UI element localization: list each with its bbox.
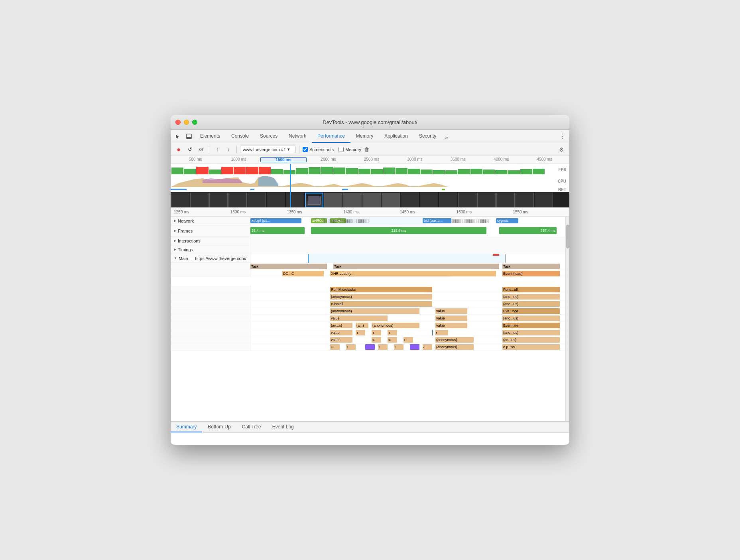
main-track-label[interactable]: ▼ Main — https://www.theverge.com/ [171, 254, 250, 262]
dock-icon[interactable] [183, 131, 195, 142]
task-block[interactable]: (an...us) [502, 337, 560, 343]
minimize-button[interactable] [184, 120, 189, 125]
task-block[interactable]: t [346, 344, 356, 350]
task-block[interactable]: (anonymous) [330, 308, 419, 314]
screenshot-thumb[interactable] [362, 193, 381, 208]
task-block-purple-2[interactable] [410, 344, 419, 350]
settings-button[interactable]: ⚙ [557, 145, 566, 154]
task-block[interactable]: (anonymous) [435, 337, 474, 343]
cursor-icon[interactable] [172, 131, 183, 142]
tab-performance[interactable]: Performance [312, 130, 350, 143]
tab-network[interactable]: Network [283, 130, 312, 143]
tab-security[interactable]: Security [413, 130, 442, 143]
screenshot-thumb[interactable] [228, 193, 247, 208]
frame-item[interactable]: 36.4 ms [250, 227, 305, 234]
tab-application[interactable]: Application [379, 130, 413, 143]
task-block[interactable]: Func...all [502, 287, 560, 292]
tab-console[interactable]: Console [226, 130, 254, 143]
memory-checkbox-label[interactable]: Memory [339, 147, 361, 152]
window-controls[interactable] [175, 120, 197, 125]
tab-more[interactable]: » [442, 132, 451, 143]
task-block[interactable]: value [330, 337, 352, 343]
task-block[interactable]: t [378, 344, 388, 350]
task-block[interactable]: Run Microtasks [330, 287, 432, 292]
task-block-xhr[interactable]: XHR Load (c... [330, 271, 496, 276]
screenshot-thumb[interactable] [343, 193, 362, 208]
task-block-selected[interactable]: Task [333, 264, 499, 269]
screenshot-thumb[interactable] [420, 193, 438, 208]
screenshot-thumb[interactable] [324, 193, 342, 208]
screenshot-thumb[interactable] [171, 193, 189, 208]
task-block[interactable]: Even...ire [502, 323, 560, 328]
url-selector[interactable]: www.theverge.com #1 ▾ [240, 146, 296, 153]
frame-item[interactable]: 218.9 ms [311, 227, 486, 234]
screenshot-thumb[interactable] [401, 193, 419, 208]
bottom-tab-calltree[interactable]: Call Tree [236, 422, 267, 432]
timings-track-label[interactable]: ▶ Timings [171, 245, 250, 254]
network-track-label[interactable]: ▶ Network [171, 217, 250, 225]
task-block[interactable]: T [372, 330, 381, 335]
screenshot-thumb[interactable] [477, 193, 496, 208]
vertical-scrollbar[interactable] [565, 217, 569, 421]
task-block-event[interactable]: Event (load) [502, 271, 560, 276]
task-block[interactable]: e.p...ss [502, 344, 560, 350]
task-block[interactable]: (anonymous) [330, 294, 432, 300]
task-block[interactable]: value [330, 330, 352, 335]
task-block[interactable]: (ano...us) [502, 330, 560, 335]
interactions-track-label[interactable]: ▶ Interactions [171, 237, 250, 245]
task-block[interactable]: T [356, 330, 365, 335]
task-block[interactable]: t [394, 344, 403, 350]
screenshot-thumb[interactable] [496, 193, 515, 208]
tab-menu-icon[interactable]: ⋮ [557, 131, 568, 142]
task-block[interactable]: e.install [330, 301, 432, 307]
screenshot-thumb[interactable] [382, 193, 400, 208]
record-button[interactable]: ● [174, 145, 183, 154]
screenshot-thumb[interactable] [190, 193, 209, 208]
network-item[interactable]: bid (aax.a... [423, 218, 451, 223]
task-block-purple[interactable] [365, 344, 375, 350]
close-button[interactable] [175, 120, 181, 125]
task-block[interactable]: s... [372, 337, 381, 343]
screenshot-thumb[interactable] [516, 193, 534, 208]
memory-checkbox[interactable] [339, 147, 344, 152]
tab-elements[interactable]: Elements [195, 130, 226, 143]
task-block[interactable]: (an...s) [330, 323, 352, 328]
frames-track-label[interactable]: ▶ Frames [171, 225, 250, 236]
clear-button[interactable]: ⊘ [196, 145, 206, 154]
screenshot-thumb[interactable] [458, 193, 476, 208]
upload-button[interactable]: ↑ [213, 145, 222, 154]
tab-sources[interactable]: Sources [254, 130, 283, 143]
reload-button[interactable]: ↺ [185, 145, 195, 154]
task-block[interactable]: i... [403, 337, 413, 343]
task-block[interactable]: value [330, 315, 388, 321]
screenshot-thumb[interactable] [267, 193, 285, 208]
task-block[interactable]: value [435, 315, 467, 321]
task-block[interactable]: e [423, 344, 432, 350]
screenshot-thumb[interactable] [286, 193, 304, 208]
task-block[interactable]: value [435, 323, 467, 328]
task-block[interactable]: T [388, 330, 397, 335]
task-block[interactable]: Task [502, 264, 560, 269]
task-block[interactable]: e [330, 344, 340, 350]
screenshot-thumb[interactable] [248, 193, 266, 208]
network-item[interactable]: xel.gif (px... [250, 218, 301, 223]
task-block[interactable]: value [435, 308, 467, 314]
screenshots-checkbox-label[interactable]: Screenshots [303, 147, 334, 152]
screenshot-thumb[interactable] [535, 193, 553, 208]
task-block[interactable]: s... [388, 337, 397, 343]
task-block[interactable]: (anonymous) [435, 344, 474, 350]
bottom-tab-summary[interactable]: Summary [171, 422, 202, 432]
task-block[interactable]: (anonymous) [372, 323, 419, 328]
network-item[interactable]: cygnus [496, 218, 518, 223]
bottom-tab-bottomup[interactable]: Bottom-Up [202, 422, 236, 432]
screenshot-thumb[interactable] [209, 193, 228, 208]
task-block[interactable]: (ano...us) [502, 301, 560, 307]
download-button[interactable]: ↓ [224, 145, 233, 154]
maximize-button[interactable] [192, 120, 197, 125]
task-block[interactable]: (a...) [356, 323, 368, 328]
task-block[interactable]: (ano...us) [502, 315, 560, 321]
screenshots-checkbox[interactable] [303, 147, 308, 152]
bottom-tab-eventlog[interactable]: Event Log [267, 422, 299, 432]
clear-recording-button[interactable]: 🗑 [363, 146, 371, 154]
task-block[interactable]: Eve...nce [502, 308, 560, 314]
